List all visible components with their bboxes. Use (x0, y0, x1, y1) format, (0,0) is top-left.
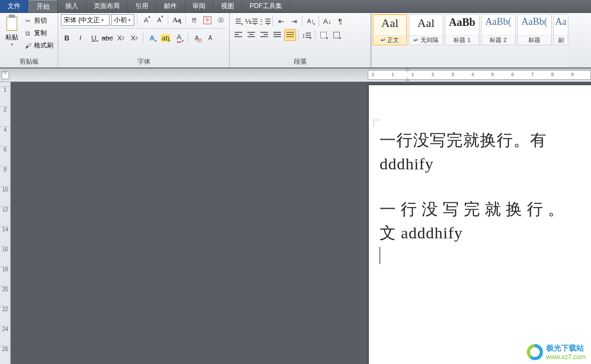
tab-layout[interactable]: 页面布局 (86, 0, 128, 12)
subscript-button[interactable]: X2 (115, 32, 127, 44)
shrink-font-button[interactable]: A▾ (154, 14, 166, 26)
doc-para2-line1: 一行没写完就换行。 (380, 197, 591, 221)
indent-increase-button[interactable]: ⇥ (288, 15, 300, 27)
page-margin-corner-icon (373, 120, 381, 127)
group-font-title: 字体 (61, 56, 226, 67)
strikethrough-button[interactable]: abc (101, 32, 113, 44)
tab-view[interactable]: 视图 (214, 0, 242, 12)
style-no-spacing[interactable]: Aal ↵ 无间隔 (409, 14, 443, 45)
document-page[interactable]: 一行没写完就换行。有 dddhify 一行没写完就换行。 文 adddhify (369, 85, 591, 364)
group-styles: Aal ↵ 正文 Aal ↵ 无间隔 AaBb 标题 1 AaBb( 标题 2 … (371, 13, 568, 67)
char-shading-button[interactable]: Ā (204, 32, 216, 44)
group-clipboard-title: 剪贴板 (3, 56, 55, 67)
text-effects-button[interactable]: A▾ (146, 32, 158, 44)
align-right-button[interactable] (258, 29, 270, 41)
watermark-logo-icon (527, 344, 543, 360)
style-normal[interactable]: Aal ↵ 正文 (373, 14, 407, 45)
grow-font-button[interactable]: A▴ (140, 14, 152, 26)
text-direction-button[interactable]: A↕▾ (305, 15, 317, 27)
clear-format-button[interactable]: A⌫ (191, 32, 203, 44)
pinyin-guide-button[interactable]: 변 (188, 14, 200, 26)
highlight-button[interactable]: ab▾ (160, 32, 171, 44)
superscript-button[interactable]: X2 (128, 32, 140, 44)
doc-line-1: 一行没写完就换行。有 (380, 128, 591, 152)
brush-icon: 🖌 (24, 42, 32, 50)
show-marks-button[interactable]: ¶ (334, 15, 346, 27)
font-color-button[interactable]: A▾ (173, 32, 185, 44)
document-workspace[interactable]: 一行没写完就换行。有 dddhify 一行没写完就换行。 文 adddhify (11, 82, 591, 364)
style-subtitle[interactable]: Aa 副 (553, 14, 568, 45)
tab-mail[interactable]: 邮件 (156, 0, 185, 12)
paste-label: 粘贴 (5, 33, 18, 42)
ruler-horizontal[interactable]: 21123456789101 ▽ △ (0, 68, 591, 82)
tab-pdf[interactable]: PDF工具集 (242, 0, 290, 12)
bullets-button[interactable]: ☰▾ (232, 15, 244, 27)
ruler-vertical[interactable]: 1246810121416182022242628 (0, 82, 11, 364)
text-cursor-icon (380, 247, 380, 264)
tab-review[interactable]: 审阅 (185, 0, 214, 12)
group-paragraph-title: 段落 (232, 56, 368, 67)
borders-button[interactable]: ▾ (331, 29, 342, 41)
style-heading1[interactable]: AaBb 标题 1 (445, 14, 479, 45)
paste-dropdown-icon[interactable]: ▾ (11, 42, 13, 47)
font-size-combo[interactable]: 小初▾ (111, 14, 134, 26)
clipboard-icon (5, 15, 19, 33)
font-family-combo[interactable]: 宋体 (中文正▾ (61, 14, 109, 26)
align-center-button[interactable] (245, 29, 257, 41)
char-border-button[interactable]: 字 (202, 14, 214, 26)
style-title[interactable]: AaBb( 标题 (517, 14, 552, 45)
doc-line-2: dddhify (380, 152, 591, 176)
format-painter-button[interactable]: 🖌 格式刷 (23, 40, 54, 51)
style-heading2[interactable]: AaBb( 标题 2 (481, 14, 516, 45)
paste-button[interactable]: 粘贴 ▾ (3, 14, 21, 47)
cut-button[interactable]: ✂ 剪切 (23, 16, 54, 26)
group-paragraph: ☰▾ ⅓☰▾ ⋮☰▾ ⇤ ⇥ A↕▾ A↓ ¶ (230, 13, 371, 67)
align-left-button[interactable] (232, 29, 244, 41)
doc-para2-line2: 文 adddhify (380, 221, 591, 245)
change-case-button[interactable]: Aa▾ (171, 14, 183, 26)
watermark: 极光下载站 www.xz7.com (527, 344, 586, 361)
enclose-char-button[interactable]: Ⓐ (215, 14, 226, 26)
bold-button[interactable]: B (61, 32, 73, 44)
tab-home[interactable]: 开始 (29, 0, 58, 12)
numbering-button[interactable]: ⅓☰▾ (245, 15, 257, 27)
scissors-icon: ✂ (24, 17, 32, 25)
menu-tabs: 文件 开始 插入 页面布局 引用 邮件 审阅 视图 PDF工具集 (0, 0, 591, 13)
align-justify-button[interactable] (271, 29, 283, 41)
align-distribute-button[interactable] (284, 29, 296, 41)
line-spacing-button[interactable]: ↕☰▾ (301, 29, 313, 41)
sort-button[interactable]: A↓ (321, 15, 333, 27)
copy-icon: ⧉ (24, 30, 32, 37)
tab-selector[interactable] (2, 72, 9, 79)
tab-reference[interactable]: 引用 (128, 0, 156, 12)
copy-button[interactable]: ⧉ 复制 (23, 28, 54, 38)
watermark-line1: 极光下载站 (546, 344, 586, 353)
shading-button[interactable]: ▾ (318, 29, 329, 41)
underline-button[interactable]: U▾ (88, 32, 100, 44)
italic-button[interactable]: I (74, 32, 86, 44)
ribbon: 粘贴 ▾ ✂ 剪切 ⧉ 复制 🖌 格式刷 剪贴板 (0, 13, 591, 68)
watermark-line2: www.xz7.com (546, 353, 586, 361)
multilevel-button[interactable]: ⋮☰▾ (258, 15, 270, 27)
tab-file[interactable]: 文件 (0, 0, 29, 12)
group-font: 宋体 (中文正▾ 小初▾ A▴ A▾ Aa▾ 변 字 Ⓐ B I U▾ abc (58, 13, 230, 67)
tab-insert[interactable]: 插入 (58, 0, 86, 12)
group-clipboard: 粘贴 ▾ ✂ 剪切 ⧉ 复制 🖌 格式刷 剪贴板 (0, 13, 58, 67)
indent-decrease-button[interactable]: ⇤ (275, 15, 287, 27)
